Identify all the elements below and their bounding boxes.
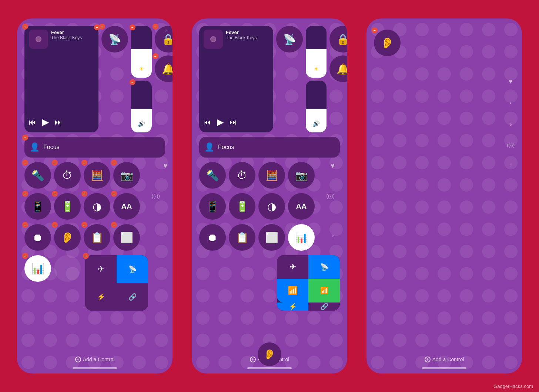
floating-ear-btn[interactable]: 👂 [258, 342, 281, 366]
ear-tile[interactable]: − 👂 [54, 224, 81, 251]
row-focus: − 👤 Focus [24, 137, 165, 158]
focus-person-icon-2: 👤 [204, 142, 214, 152]
font-tile-2[interactable]: AA [288, 193, 315, 220]
wifi-btn-2[interactable]: 📶 [277, 279, 308, 303]
remove-font[interactable]: − [111, 191, 117, 197]
notes-tile[interactable]: − 📋 [84, 224, 110, 251]
media-tile-1[interactable]: − Fever The Black Keys − [24, 26, 98, 132]
empty-circle-1 [54, 255, 81, 282]
bluetooth-btn[interactable]: ⚡ [85, 283, 117, 311]
record-tile[interactable]: − ⏺ [24, 224, 51, 251]
media-controls-2[interactable]: ⏮ ▶ ⏭ [204, 115, 269, 129]
cell-btn-2[interactable]: 📶 [308, 279, 340, 303]
calculator-tile-2[interactable]: 🧮 [258, 162, 285, 189]
remove-badge[interactable]: − [22, 24, 28, 30]
rewind-button[interactable]: ⏮ [29, 118, 36, 126]
remove-remote[interactable]: − [22, 191, 28, 197]
connectivity-tile-2[interactable]: ✈ 📡 📶 📶 ⚡ 🔗 [277, 255, 340, 311]
play-button[interactable]: ▶ [42, 117, 49, 127]
calculator-tile[interactable]: − 🧮 [84, 162, 110, 189]
brightness-slider-2[interactable]: ☀ [306, 26, 327, 78]
forward-btn-2[interactable]: ⏭ [230, 118, 237, 126]
flashlight-tile-2[interactable]: 🔦 [199, 162, 226, 189]
focus-tile-2[interactable]: 👤 Focus [199, 137, 340, 158]
font-tile[interactable]: − AA [113, 193, 140, 220]
airplane-btn-2[interactable]: ✈ [277, 255, 308, 279]
bluetooth-btn-2[interactable]: ⚡ [277, 303, 308, 311]
remove-volume[interactable]: − [130, 79, 135, 85]
record-tile-2[interactable]: ⏺ [199, 224, 226, 251]
rewind-btn-2[interactable]: ⏮ [204, 118, 211, 126]
airdrop-btn-2[interactable]: 📡 [308, 255, 340, 279]
bell-icon-2: 🔔 [337, 63, 348, 75]
remove-screen[interactable]: − [111, 222, 117, 228]
remove-brightness[interactable]: − [130, 24, 135, 30]
battery-tile-2[interactable]: 🔋 [229, 193, 255, 220]
remove-flash[interactable]: − [22, 160, 28, 166]
brightness-icon-2: ☀ [314, 65, 319, 72]
remote-tile[interactable]: − 📱 [24, 193, 51, 220]
remove-ear[interactable]: − [52, 222, 58, 228]
airplay-tile[interactable]: − 📡 [101, 26, 128, 53]
timer-tile[interactable]: − ⏱ [54, 162, 81, 189]
row-tools-3: − ⏺ − 👂 − 📋 − ⬜ ○ [24, 224, 165, 251]
lock-rotation-tile[interactable]: − 🔒 [155, 26, 173, 53]
add-control-1[interactable]: + Add a Control [75, 353, 115, 364]
focus-label: Focus [43, 144, 60, 151]
notes-tile-2[interactable]: 📋 [229, 224, 255, 251]
remove-ear-3[interactable]: − [372, 27, 378, 33]
camera-tile-2[interactable]: 📷 [288, 162, 315, 189]
timer-tile-2[interactable]: ⏱ [229, 162, 255, 189]
remove-lock[interactable]: − [153, 24, 158, 30]
remove-sound-viz[interactable]: − [22, 253, 28, 259]
focus-tile-1[interactable]: − 👤 Focus [24, 137, 165, 158]
remove-calc[interactable]: − [81, 160, 87, 166]
home-bar-2[interactable] [247, 367, 292, 369]
remove-notes[interactable]: − [81, 222, 87, 228]
battery-tile[interactable]: − 🔋 [54, 193, 81, 220]
remove-access[interactable]: − [81, 191, 87, 197]
bell-tile-2[interactable]: 🔔 [329, 55, 347, 82]
add-plus-icon-2: + [250, 356, 256, 362]
airplay-tile-2[interactable]: 📡 [276, 26, 303, 53]
remove-camera[interactable]: − [111, 160, 117, 166]
hotspot-btn-2[interactable]: 🔗 [308, 303, 340, 311]
ear-tile-3[interactable]: − 👂 [374, 30, 401, 56]
accessibility-tile[interactable]: − ◑ [84, 193, 110, 220]
home-bar-1[interactable] [73, 367, 117, 369]
remove-conn[interactable]: − [83, 253, 89, 259]
remote-tile-2[interactable]: 📱 [199, 193, 226, 220]
camera-tile[interactable]: − 📷 [113, 162, 140, 189]
remove-focus[interactable]: − [22, 135, 28, 141]
sound-viz-tile[interactable]: 📊 [24, 255, 51, 282]
forward-button[interactable]: ⏭ [55, 118, 62, 126]
add-control-3[interactable]: + Add a Control [425, 353, 464, 364]
connectivity-tile-1[interactable]: ✈ 📡 📶 📶 ⚡ 🔗 [85, 255, 148, 311]
media-controls[interactable]: ⏮ ▶ ⏭ [29, 115, 94, 129]
media-tile-2[interactable]: Fever The Black Keys ⏮ ▶ ⏭ [199, 26, 273, 132]
hotspot-btn[interactable]: 🔗 [117, 283, 148, 311]
remove-timer[interactable]: − [52, 160, 58, 166]
bell-tile[interactable]: − 🔔 [155, 55, 173, 82]
home-bar-3[interactable] [422, 367, 466, 369]
notes-icon-2: 📋 [236, 232, 249, 244]
play-btn-2[interactable]: ▶ [217, 117, 224, 127]
row-media-2: Fever The Black Keys ⏮ ▶ ⏭ 📡 [199, 26, 340, 132]
brightness-slider[interactable]: ☀ [131, 26, 152, 78]
screen-tile-2[interactable]: ⬜ [258, 224, 285, 251]
remove-badge-ap[interactable]: − [99, 24, 105, 30]
lock-tile-2[interactable]: 🔒 [329, 26, 347, 53]
volume-slider[interactable]: 🔊 [131, 81, 152, 132]
remove-record[interactable]: − [22, 222, 28, 228]
remove-bell[interactable]: − [153, 53, 158, 59]
screen-tile[interactable]: − ⬜ [113, 224, 140, 251]
flashlight-tile[interactable]: − 🔦 [24, 162, 51, 189]
remove-battery[interactable]: − [52, 191, 58, 197]
calculator-icon: 🧮 [91, 169, 104, 182]
panel3-row1: − 👂 [374, 30, 515, 56]
volume-slider-2[interactable]: 🔊 [306, 81, 327, 132]
airplane-btn[interactable]: ✈ [85, 255, 117, 283]
accessibility-tile-2[interactable]: ◑ [258, 193, 285, 220]
airdrop-btn[interactable]: 📡 [117, 255, 148, 283]
sound-viz-tile-2[interactable]: 📊 [288, 224, 315, 251]
